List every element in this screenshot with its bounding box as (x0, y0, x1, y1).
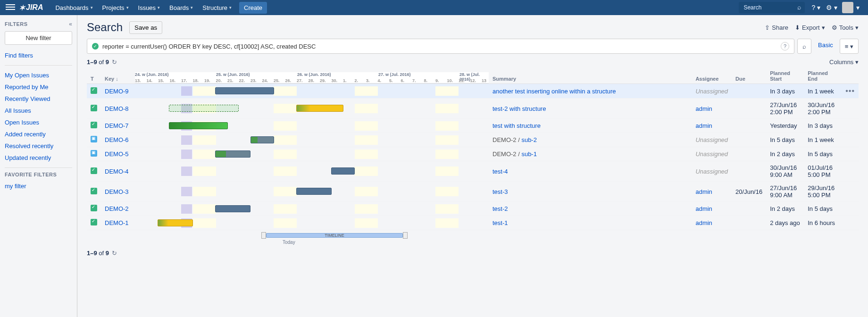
nav-dashboards[interactable]: Dashboards (51, 2, 96, 13)
assignee-link[interactable]: admin (695, 205, 712, 212)
assignee-link[interactable]: admin (695, 122, 712, 129)
col-type[interactable]: T (87, 68, 101, 84)
tools-button[interactable]: ⚙ Tools ▾ (832, 24, 859, 31)
issue-row[interactable]: DEMO-3test-3admin20/Jun/1627/Jun/16 9:00… (87, 182, 859, 202)
search-button[interactable]: ⌕ (797, 39, 811, 54)
issue-row[interactable]: DEMO-5DEMO-2 / sub-1UnassignedIn 2 daysI… (87, 147, 859, 161)
subtask-icon (91, 150, 97, 157)
col-due[interactable]: Due (732, 68, 766, 84)
gantt-bar[interactable] (215, 87, 274, 94)
summary-link[interactable]: test-4 (492, 168, 508, 175)
nav-structure[interactable]: Structure (199, 2, 235, 13)
issue-key-link[interactable]: DEMO-9 (105, 88, 129, 95)
new-filter-button[interactable]: New filter (5, 31, 72, 45)
gantt-bar[interactable] (215, 205, 250, 212)
issue-row[interactable]: DEMO-7test with structureadminYesterdayI… (87, 119, 859, 133)
filter-link[interactable]: Resolved recently (5, 140, 72, 152)
story-icon (91, 122, 97, 128)
summary-link[interactable]: another test inserting online within a s… (492, 88, 616, 95)
export-button[interactable]: ⬇ Export ▾ (795, 24, 825, 31)
issue-row[interactable]: DEMO-6DEMO-2 / sub-2UnassignedIn 5 daysI… (87, 133, 859, 147)
help-icon[interactable]: ? ▾ (809, 2, 823, 13)
jira-logo[interactable]: JIRA (19, 3, 43, 12)
top-nav: JIRA DashboardsProjectsIssuesBoardsStruc… (0, 0, 868, 15)
issue-key-link[interactable]: DEMO-3 (105, 188, 129, 195)
issue-key-link[interactable]: DEMO-7 (105, 122, 129, 129)
nav-projects[interactable]: Projects (99, 2, 133, 13)
col-summary[interactable]: Summary (489, 68, 692, 84)
issue-row[interactable]: DEMO-4test-4Unassigned30/Jun/16 9:00 AM0… (87, 161, 859, 182)
gantt-bar[interactable] (215, 150, 250, 158)
assignee-link[interactable]: admin (695, 188, 712, 195)
user-menu-icon[interactable]: ▾ (853, 2, 862, 13)
share-button[interactable]: ⇧ Share (765, 24, 788, 31)
refresh-icon[interactable]: ↻ (112, 58, 117, 66)
assignee-link[interactable]: admin (695, 105, 712, 112)
issue-key-link[interactable]: DEMO-8 (105, 105, 129, 112)
col-assignee[interactable]: Assignee (692, 68, 732, 84)
issue-row[interactable]: DEMO-9another test inserting online with… (87, 84, 859, 99)
favorite-filters-title: FAVORITE FILTERS (5, 172, 72, 177)
assignee-link[interactable]: admin (695, 219, 712, 226)
issue-key-link[interactable]: DEMO-6 (105, 136, 129, 143)
timeline-scrollbar[interactable]: TIMELINE (134, 232, 488, 239)
issue-key-link[interactable]: DEMO-4 (105, 168, 129, 175)
page-title: Search (87, 21, 123, 34)
refresh-icon-bottom[interactable]: ↻ (112, 250, 117, 257)
columns-button[interactable]: Columns ▾ (829, 58, 859, 66)
summary-link[interactable]: test-3 (492, 188, 508, 195)
save-as-button[interactable]: Save as (129, 21, 162, 34)
find-filters-link[interactable]: Find filters (5, 50, 72, 61)
issue-key-link[interactable]: DEMO-2 (105, 205, 129, 212)
issue-row[interactable]: DEMO-2test-2adminIn 2 daysIn 5 days (87, 202, 859, 216)
issue-row[interactable]: DEMO-8test-2 with structureadmin27/Jun/1… (87, 99, 859, 119)
filter-link[interactable]: Added recently (5, 128, 72, 140)
nav-boards[interactable]: Boards (166, 2, 197, 13)
filter-link[interactable]: Open Issues (5, 117, 72, 128)
gantt-bar[interactable] (250, 136, 274, 143)
gantt-bar[interactable] (169, 122, 228, 129)
gantt-bar[interactable] (331, 167, 355, 175)
filter-link[interactable]: Recently Viewed (5, 93, 72, 105)
filter-link[interactable]: All Issues (5, 105, 72, 117)
summary-link[interactable]: sub-1 (521, 150, 537, 158)
settings-icon[interactable]: ⚙ ▾ (823, 2, 840, 13)
summary-link[interactable]: test-2 with structure (492, 105, 546, 112)
filter-link[interactable]: Reported by Me (5, 81, 72, 93)
col-key[interactable]: Key ↓ (101, 68, 135, 84)
row-actions-icon[interactable]: ••• (845, 87, 855, 95)
summary-link[interactable]: test-2 (492, 205, 508, 212)
gantt-bar[interactable] (296, 105, 343, 112)
favorite-filter-link[interactable]: my filter (5, 180, 72, 192)
results-table: T Key ↓ 24. w (Jun. 2016)25. w (Jun. 201… (87, 68, 859, 230)
user-avatar[interactable] (842, 2, 853, 13)
story-icon (91, 205, 97, 211)
basic-search-link[interactable]: Basic (814, 39, 837, 54)
today-marker-label: Today (283, 240, 488, 245)
col-pend[interactable]: Planned End (804, 68, 842, 84)
story-icon (91, 167, 97, 174)
jql-help-icon[interactable]: ? (781, 42, 789, 50)
summary-link[interactable]: test with structure (492, 122, 541, 129)
menu-icon[interactable] (6, 3, 15, 12)
create-button[interactable]: Create (239, 2, 267, 14)
jql-text: reporter = currentUser() ORDER BY key DE… (102, 43, 777, 50)
col-pstart[interactable]: Planned Start (766, 68, 804, 84)
jql-input[interactable]: ✓ reporter = currentUser() ORDER BY key … (87, 39, 794, 54)
summary-link[interactable]: test-1 (492, 219, 508, 226)
filter-link[interactable]: My Open Issues (5, 69, 72, 81)
nav-issues[interactable]: Issues (134, 2, 164, 13)
filter-link[interactable]: Updated recently (5, 152, 72, 164)
summary-link[interactable]: sub-2 (521, 136, 537, 143)
gantt-bar[interactable] (169, 105, 239, 112)
gantt-bar[interactable] (158, 219, 193, 226)
issue-key-link[interactable]: DEMO-5 (105, 150, 129, 158)
gantt-bar[interactable] (296, 188, 332, 195)
view-options-button[interactable]: ≡ ▾ (840, 39, 859, 54)
issue-key-link[interactable]: DEMO-1 (105, 219, 129, 226)
collapse-sidebar-icon[interactable]: « (69, 21, 72, 27)
story-icon (91, 105, 97, 111)
filters-sidebar: FILTERS « New filter Find filters My Ope… (0, 15, 77, 317)
global-search-input[interactable] (739, 2, 805, 13)
issue-row[interactable]: DEMO-1test-1admin2 days agoIn 6 hours (87, 216, 859, 230)
